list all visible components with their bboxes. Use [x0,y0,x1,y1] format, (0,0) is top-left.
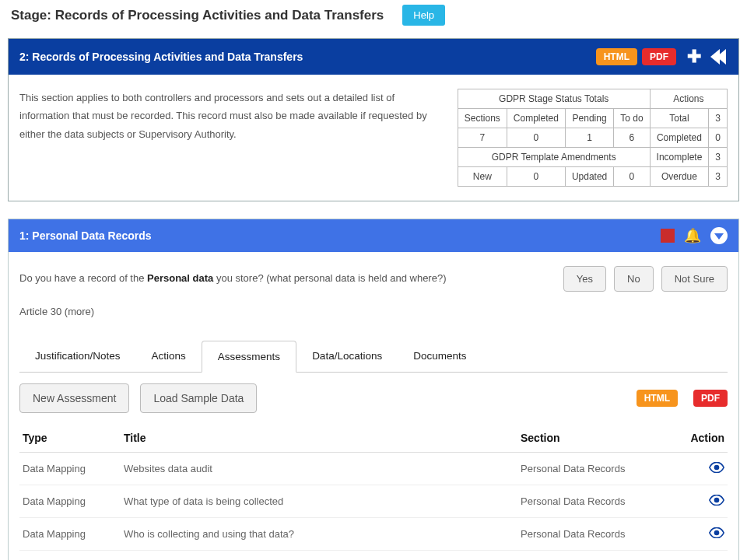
panel-section-1: 1: Personal Data Records Do you have a r… [8,219,739,560]
act-total-v: 3 [709,109,728,128]
actions-heading: Actions [650,89,727,109]
cell-section: Personal Data Records [517,453,673,485]
cell-section: Personal Data Records [517,551,673,561]
act-overdue: Overdue [650,167,709,187]
panel-stage-2: 2: Records of Processing Activities and … [8,38,739,201]
view-icon[interactable] [709,529,724,541]
status-heading: GDPR Stage Status Totals [458,89,650,109]
tab-assessments[interactable]: Assessments [202,341,296,373]
act-incomplete: Incomplete [650,148,709,167]
amend-new-v: 0 [507,167,565,187]
cell-title: Websites data audit [121,453,517,485]
amend-new: New [458,167,507,187]
cell-type: Data Mapping [19,485,121,518]
export-html-button[interactable]: HTML [637,390,678,407]
act-total: Total [650,109,709,128]
cell-title: What type of data is being collected [121,485,517,518]
panel-title: 2: Records of Processing Activities and … [19,51,591,63]
col-type: Type [19,424,121,453]
plus-icon[interactable] [687,47,701,67]
assessments-table: Type Title Section Action Data MappingWe… [19,424,728,560]
val-todo: 6 [614,128,650,148]
table-row: Data MappingWebsites data auditPersonal … [19,453,728,485]
table-row: Data MappingWhat type of data is being c… [19,485,728,518]
rewind-icon[interactable] [710,49,728,65]
val-completed: 0 [507,128,565,148]
act-incomplete-v: 3 [709,148,728,167]
cell-type: Data Mapping [19,551,121,561]
tab-justification[interactable]: Justification/Notes [19,341,136,372]
arrow-down-circle-icon[interactable] [710,227,728,244]
view-icon[interactable] [709,496,724,508]
col-completed: Completed [507,109,565,128]
cell-section: Personal Data Records [517,485,673,518]
amend-heading: GDPR Template Amendments [458,148,650,167]
val-pending: 1 [565,128,613,148]
table-row: Data MappingWhere is that data being col… [19,551,728,561]
cell-title: Where is that data being collected, used… [121,551,517,561]
amend-updated: Updated [565,167,613,187]
tab-documents[interactable]: Documents [398,341,482,372]
answer-yes-button[interactable]: Yes [563,266,606,292]
col-sections: Sections [458,109,507,128]
stop-icon[interactable] [661,229,675,243]
col-section: Section [517,424,673,453]
new-assessment-button[interactable]: New Assessment [19,383,129,413]
load-sample-button[interactable]: Load Sample Data [140,383,257,413]
page-title: Stage: Records of Processing Activities … [11,8,384,23]
view-icon[interactable] [709,464,724,475]
question-text: Do you have a record of the Personal dat… [19,271,556,287]
bell-icon[interactable] [684,227,701,244]
answer-no-button[interactable]: No [614,266,654,292]
col-pending: Pending [565,109,613,128]
act-completed-v: 0 [709,128,728,148]
article-link[interactable]: Article 30 (more) [19,306,728,317]
cell-title: Who is collecting and using that data? [121,518,517,551]
cell-type: Data Mapping [19,518,121,551]
section-description: This section applies to both controllers… [19,89,442,187]
export-pdf-button[interactable]: PDF [693,390,728,407]
export-pdf-button[interactable]: PDF [642,48,676,65]
tabs: Justification/Notes Actions Assessments … [19,341,728,373]
table-row: Data MappingWho is collecting and using … [19,518,728,551]
col-todo: To do [614,109,650,128]
act-overdue-v: 3 [709,167,728,187]
col-title: Title [121,424,517,453]
help-button[interactable]: Help [402,5,445,26]
col-action: Action [673,424,728,453]
cell-type: Data Mapping [19,453,121,485]
cell-section: Personal Data Records [517,518,673,551]
tab-data-locations[interactable]: Data/Locations [296,341,398,372]
panel-title: 1: Personal Data Records [19,229,650,242]
act-completed: Completed [650,128,709,148]
amend-updated-v: 0 [614,167,650,187]
svg-point-1 [714,498,720,503]
answer-notsure-button[interactable]: Not Sure [661,266,728,292]
svg-point-2 [714,530,720,536]
tab-actions[interactable]: Actions [136,341,202,372]
export-html-button[interactable]: HTML [596,48,637,65]
svg-point-0 [714,465,720,471]
status-table: GDPR Stage Status Totals Actions Section… [458,89,728,187]
val-sections: 7 [458,128,507,148]
